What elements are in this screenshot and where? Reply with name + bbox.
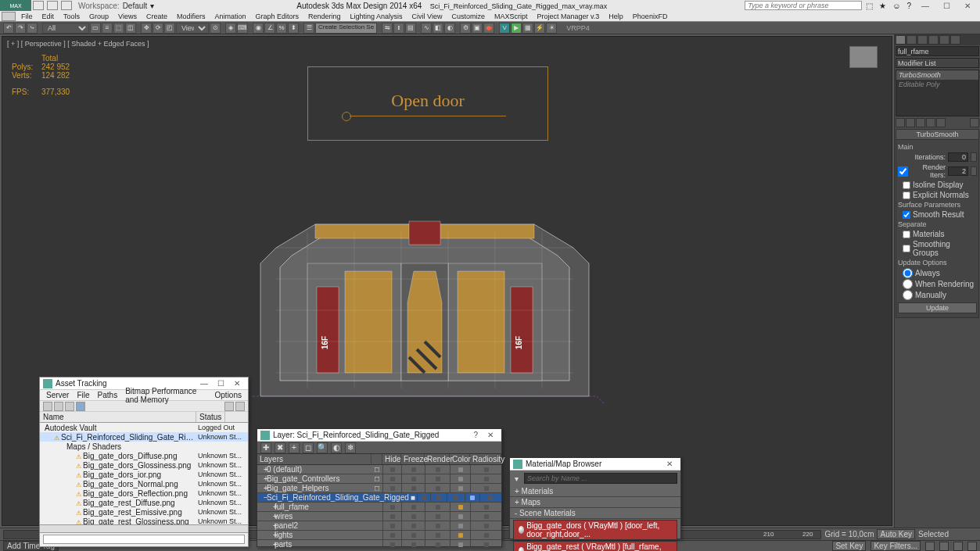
pin-stack-icon[interactable] [896, 118, 905, 127]
add-to-layer-icon[interactable]: + [289, 442, 300, 453]
render-iters-input[interactable]: 2 [948, 166, 968, 176]
layer-row[interactable]: +lights [257, 531, 501, 540]
menu-group[interactable]: Group [84, 13, 113, 20]
tab-motion[interactable] [928, 35, 939, 45]
manually-radio[interactable] [903, 290, 913, 300]
materials-checkbox[interactable] [903, 231, 910, 238]
nav-icon[interactable] [953, 542, 963, 551]
col-render[interactable]: Render [425, 454, 450, 464]
col-hide[interactable]: Hide [382, 454, 401, 464]
vray-fb-icon[interactable]: ▦ [522, 23, 533, 34]
move-icon[interactable]: ✥ [141, 23, 152, 34]
stack-item[interactable]: TurboSmooth [896, 70, 978, 80]
spinner-icon[interactable] [971, 166, 977, 176]
menu-projectmgr[interactable]: Project Manager v.3 [532, 13, 604, 20]
app-logo[interactable]: MAX [0, 0, 31, 11]
menu-views[interactable]: Views [113, 13, 142, 20]
menu-file[interactable]: File [16, 13, 38, 20]
vray-rt-icon[interactable]: ▶ [511, 23, 522, 34]
redo-icon[interactable]: ↷ [15, 23, 26, 34]
menu-animation[interactable]: Animation [210, 13, 250, 20]
make-unique-icon[interactable] [916, 118, 925, 127]
menu-rendering[interactable]: Rendering [303, 13, 346, 20]
tool-icon[interactable] [54, 402, 63, 411]
scale-icon[interactable]: ◰ [164, 23, 175, 34]
star-icon[interactable]: ★ [877, 2, 888, 10]
close-button[interactable]: ✕ [483, 431, 498, 439]
layer-row[interactable]: +0 (default)□ [257, 465, 501, 474]
mirror-icon[interactable]: ⇋ [382, 23, 393, 34]
configure-icon[interactable] [936, 118, 946, 127]
dropdown-icon[interactable]: ▾ [512, 474, 521, 483]
menubar-grip[interactable] [2, 12, 16, 21]
menu-phoenixfd[interactable]: PhoenixFD [628, 13, 673, 20]
vray-sun-icon[interactable]: ☀ [546, 23, 557, 34]
asset-row[interactable]: Autodesk VaultLogged Out [40, 423, 248, 432]
keymode-dropdown[interactable]: Selected [918, 530, 949, 538]
workspace-value[interactable]: Default [123, 2, 148, 10]
viewcube[interactable] [849, 46, 878, 68]
asset-row[interactable]: Big_gate_dors_Glossiness.pngUnknown St..… [40, 460, 248, 470]
new-layer-icon[interactable]: ✚ [260, 442, 271, 453]
modifier-list-dropdown[interactable] [896, 58, 979, 68]
smoothing-checkbox[interactable] [903, 245, 910, 252]
asset-row[interactable]: Maps / Shaders [40, 442, 248, 451]
menu-server[interactable]: Server [43, 391, 72, 399]
tab-modify[interactable] [906, 35, 917, 45]
autokey-button[interactable]: Auto Key [877, 529, 915, 539]
spinner-snap-icon[interactable]: ⬍ [288, 23, 299, 34]
modifier-stack[interactable]: TurboSmooth Editable Poly [896, 70, 979, 116]
whenrender-radio[interactable] [903, 279, 913, 289]
menu-modifiers[interactable]: Modifiers [172, 13, 210, 20]
layer-row[interactable]: +parts [257, 540, 501, 549]
layer-row[interactable]: +wires [257, 512, 501, 521]
select-manipulate-icon[interactable]: ◈ [225, 23, 236, 34]
always-radio[interactable] [903, 268, 913, 278]
search-input[interactable] [524, 473, 677, 484]
menu-paths[interactable]: Paths [95, 391, 121, 399]
keyfilters-button[interactable]: Key Filters... [871, 541, 921, 551]
asset-row[interactable]: Big_gate_rest_Diffuse.pngUnknown St... [40, 498, 248, 507]
use-center-icon[interactable]: ⊙ [210, 23, 221, 34]
maximize-button[interactable]: ☐ [937, 2, 957, 10]
select-layer-icon[interactable]: ◻ [303, 442, 314, 453]
undo-icon[interactable]: ↶ [3, 23, 14, 34]
highlight-icon[interactable]: 🔍 [317, 442, 328, 453]
smooth-checkbox[interactable] [903, 211, 910, 219]
select-name-icon[interactable]: ≡ [102, 23, 113, 34]
object-name-input[interactable] [896, 46, 979, 56]
render-iters-checkbox[interactable] [898, 166, 908, 177]
nav-icon[interactable] [967, 542, 977, 551]
menu-create[interactable]: Create [142, 13, 172, 20]
asset-tracking-window[interactable]: Asset Tracking — ☐ ✕ Server File Paths B… [39, 377, 249, 547]
rollout-header[interactable]: TurboSmooth [896, 130, 978, 140]
tree-node[interactable]: - Scene Materials [510, 508, 680, 519]
col-radiosity[interactable]: Radiosity [470, 454, 501, 464]
layer-mgr-icon[interactable]: ▤ [405, 23, 416, 34]
layer-row[interactable]: +Big_gate_Controllers□ [257, 474, 501, 484]
menu-file[interactable]: File [74, 391, 92, 399]
tab-utilities[interactable] [950, 35, 960, 45]
help-search-input[interactable] [745, 1, 862, 10]
select-region-icon[interactable]: ⬚ [113, 23, 124, 34]
app-menu-btn[interactable] [33, 1, 44, 10]
selection-filter[interactable]: All [42, 23, 89, 34]
menu-help[interactable]: Help [604, 13, 628, 20]
curve-editor-icon[interactable]: ∿ [421, 23, 432, 34]
col-color[interactable]: Color [450, 454, 470, 464]
close-button[interactable]: ✕ [958, 2, 977, 10]
ref-coord[interactable]: View [176, 23, 209, 34]
tab-hierarchy[interactable] [917, 35, 928, 45]
qat-btn2[interactable] [61, 1, 72, 10]
minimize-button[interactable]: — [915, 2, 935, 10]
keyboard-shortcut-icon[interactable]: ⌨ [237, 23, 248, 34]
window-crossing-icon[interactable]: ◫ [125, 23, 136, 34]
edit-named-sel-icon[interactable]: ☰ [303, 23, 314, 34]
stack-options-icon[interactable] [970, 118, 979, 127]
tool-icon[interactable] [43, 402, 52, 411]
layer-row[interactable]: −Sci_Fi_Reinforced_Sliding_Gate_Rigged■ [257, 493, 501, 503]
tree-node[interactable]: + Maps [510, 497, 680, 508]
menu-maxscript[interactable]: MAXScript [490, 13, 533, 20]
material-editor-icon[interactable]: ◐ [444, 23, 455, 34]
layer-row[interactable]: +full_rfame [257, 503, 501, 512]
